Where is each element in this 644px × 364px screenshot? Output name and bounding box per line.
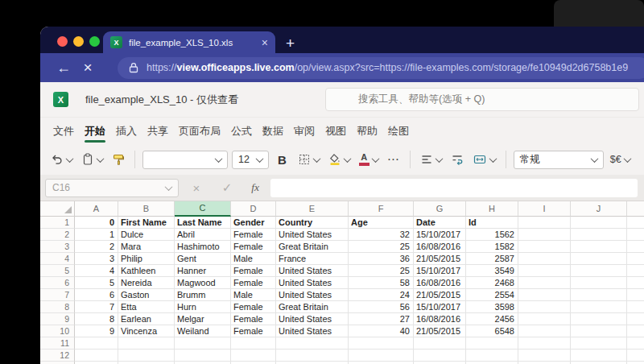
new-tab-button[interactable]: + (286, 35, 295, 51)
ribbon-tab-公式[interactable]: 公式 (231, 119, 252, 143)
cell-I7[interactable] (518, 289, 571, 301)
number-format-dropdown[interactable]: 常规 (514, 151, 604, 169)
borders-button[interactable] (295, 151, 322, 168)
cell-B10[interactable]: Vincenza (118, 325, 175, 337)
cell-C1[interactable]: Last Name (175, 217, 231, 229)
cell-F6[interactable]: 58 (349, 277, 414, 289)
cell-H1[interactable]: Id (466, 217, 518, 229)
back-button[interactable]: ← (52, 60, 76, 77)
cell-H11[interactable] (466, 337, 518, 350)
ribbon-tab-共享[interactable]: 共享 (147, 119, 168, 143)
cell-I4[interactable] (518, 253, 571, 265)
ribbon-tab-帮助[interactable]: 帮助 (357, 119, 378, 143)
cell-J6[interactable] (571, 277, 627, 289)
cell-F11[interactable] (349, 337, 414, 350)
fill-color-button[interactable] (326, 151, 353, 168)
cell-D6[interactable]: Female (231, 277, 276, 289)
cell-J8[interactable] (571, 301, 627, 313)
browser-tab[interactable]: X file_example_XLS_10.xls × (103, 31, 275, 53)
cell-C7[interactable]: Brumm (175, 289, 231, 301)
cell-B3[interactable]: Mara (118, 241, 175, 253)
cell-H9[interactable]: 2456 (466, 313, 518, 325)
cell-A11[interactable] (75, 337, 118, 350)
cell-J11[interactable] (571, 337, 627, 350)
cell-D7[interactable]: Male (231, 289, 276, 301)
row-header-2[interactable]: 2 (40, 229, 75, 241)
cell-F10[interactable]: 40 (349, 325, 414, 337)
cell-D5[interactable]: Female (231, 265, 276, 277)
search-input[interactable]: 搜索工具、帮助等(选项 + Q) (325, 88, 639, 111)
row-header-9[interactable]: 9 (40, 313, 75, 325)
cell-F3[interactable]: 25 (349, 241, 414, 253)
cell-C10[interactable]: Weiland (175, 325, 231, 337)
cell-C4[interactable]: Gent (175, 253, 231, 265)
cell-F1[interactable]: Age (349, 217, 414, 229)
cell-J2[interactable] (571, 229, 627, 241)
cell-H7[interactable]: 2554 (466, 289, 518, 301)
cell-J12[interactable] (571, 350, 627, 362)
cell-B8[interactable]: Etta (118, 301, 175, 313)
cell-H10[interactable]: 6548 (466, 325, 518, 337)
cell-B5[interactable]: Kathleen (118, 265, 175, 277)
cell-G12[interactable] (414, 350, 466, 362)
format-painter-button[interactable] (109, 151, 127, 168)
row-header-11[interactable]: 11 (40, 337, 75, 350)
column-header-C[interactable]: C (175, 201, 231, 217)
cell-E6[interactable]: United States (276, 277, 349, 289)
bold-button[interactable]: B (273, 153, 291, 167)
row-header-12[interactable]: 12 (40, 350, 75, 362)
column-header-F[interactable]: F (349, 201, 414, 217)
cell-E4[interactable]: France (276, 253, 349, 265)
cell-J10[interactable] (571, 325, 627, 337)
cell-F4[interactable]: 36 (349, 253, 414, 265)
url-bar[interactable]: https://view.officeapps.live.com/op/view… (118, 57, 644, 79)
cell-C9[interactable]: Melgar (175, 313, 231, 325)
cell-F7[interactable]: 24 (349, 289, 414, 301)
cell-F5[interactable]: 25 (349, 265, 414, 277)
row-header-4[interactable]: 4 (40, 253, 75, 265)
cell-A1[interactable]: 0 (75, 217, 118, 229)
paste-button[interactable] (79, 151, 105, 168)
cell-H2[interactable]: 1562 (466, 229, 518, 241)
cell-I10[interactable] (518, 325, 571, 337)
ribbon-tab-数据[interactable]: 数据 (262, 119, 283, 143)
cell-C8[interactable]: Hurn (175, 301, 231, 313)
cell-A3[interactable]: 2 (75, 241, 118, 253)
cell-A2[interactable]: 1 (75, 229, 118, 241)
zoom-window-button[interactable] (89, 36, 100, 47)
cell-E2[interactable]: United States (276, 229, 349, 241)
cell-I2[interactable] (518, 229, 571, 241)
row-header-10[interactable]: 10 (40, 325, 75, 337)
row-header-1[interactable]: 1 (40, 217, 75, 229)
cell-I3[interactable] (518, 241, 571, 253)
cell-B1[interactable]: First Name (118, 217, 175, 229)
close-tab-icon[interactable]: × (262, 37, 268, 48)
cell-B6[interactable]: Nereida (118, 277, 175, 289)
column-header-B[interactable]: B (118, 201, 175, 217)
cell-I12[interactable] (518, 350, 571, 362)
cell-G2[interactable]: 15/10/2017 (414, 229, 466, 241)
cell-D12[interactable] (231, 350, 276, 362)
cell-J1[interactable] (571, 217, 627, 229)
cell-A8[interactable]: 7 (75, 301, 118, 313)
cell-F12[interactable] (349, 350, 414, 362)
cell-E3[interactable]: Great Britain (276, 241, 349, 253)
cell-I8[interactable] (518, 301, 571, 313)
cell-G11[interactable] (414, 337, 466, 350)
alignment-button[interactable] (418, 151, 444, 168)
cell-J4[interactable] (571, 253, 627, 265)
stop-button[interactable]: × (76, 59, 100, 77)
cell-D2[interactable]: Female (231, 229, 276, 241)
cell-F8[interactable]: 56 (349, 301, 414, 313)
cell-E12[interactable] (276, 350, 349, 362)
formula-input[interactable] (270, 179, 638, 197)
cell-C6[interactable]: Magwood (175, 277, 231, 289)
cell-H12[interactable] (466, 350, 518, 362)
cell-E7[interactable]: United States (276, 289, 349, 301)
cell-G9[interactable]: 16/08/2016 (414, 313, 466, 325)
cell-J3[interactable] (571, 241, 627, 253)
row-header-3[interactable]: 3 (40, 241, 75, 253)
cell-J5[interactable] (571, 265, 627, 277)
cell-E1[interactable]: Country (276, 217, 349, 229)
row-header-7[interactable]: 7 (40, 289, 75, 301)
